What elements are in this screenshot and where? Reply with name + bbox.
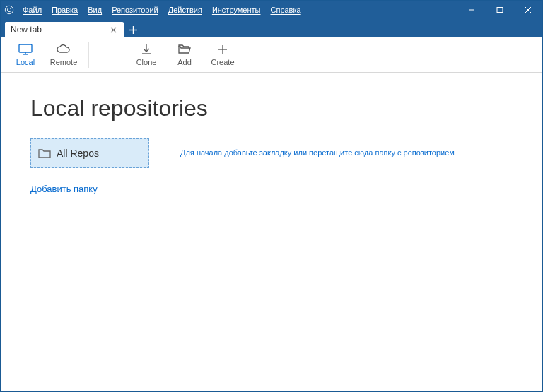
svg-rect-3 [497, 8, 503, 13]
folder-open-icon [177, 43, 192, 56]
toolbar-create[interactable]: Create [204, 37, 242, 73]
toolbar-add[interactable]: Add [165, 37, 204, 73]
close-button[interactable] [514, 1, 542, 19]
menu-edit[interactable]: Правка [47, 6, 83, 14]
tab-label: New tab [11, 25, 108, 35]
tab-close-button[interactable] [108, 25, 118, 35]
svg-point-0 [5, 6, 13, 13]
menubar: Файл Правка Вид Репозиторий Действия Инс… [18, 6, 306, 14]
svg-point-1 [7, 8, 11, 11]
content-row: All Repos Добавить папку Для начала доба… [30, 138, 513, 194]
toolbar-label: Local [16, 58, 35, 66]
tab-new[interactable]: New tab [5, 22, 124, 37]
app-window: Файл Правка Вид Репозиторий Действия Инс… [0, 0, 543, 392]
toolbar-label: Add [177, 58, 192, 66]
menu-tools[interactable]: Инструменты [207, 6, 266, 14]
toolbar-local[interactable]: Local [6, 37, 45, 73]
monitor-icon [18, 43, 33, 56]
add-folder-link[interactable]: Добавить папку [30, 184, 149, 194]
folder-all-repos[interactable]: All Repos [30, 138, 149, 168]
new-tab-button[interactable] [124, 22, 142, 37]
page-title: Local repositories [30, 95, 513, 121]
menu-actions[interactable]: Действия [163, 6, 207, 14]
svg-rect-10 [19, 44, 32, 52]
drop-hint-text: Для начала добавьте закладку или перетащ… [180, 138, 455, 157]
content-area: Local repositories All Repos Добавить па… [1, 73, 542, 391]
tabbar: New tab [1, 19, 542, 37]
app-logo-icon [1, 5, 18, 15]
download-icon [139, 43, 153, 56]
toolbar: Local Remote Clone Add Create [1, 37, 542, 73]
window-controls [457, 1, 542, 19]
menu-help[interactable]: Справка [265, 6, 305, 14]
toolbar-remote[interactable]: Remote [45, 37, 83, 73]
titlebar: Файл Правка Вид Репозиторий Действия Инс… [1, 1, 542, 19]
folder-label: All Repos [57, 148, 99, 159]
plus-icon [216, 43, 230, 56]
toolbar-label: Clone [136, 58, 157, 66]
toolbar-label: Remote [50, 58, 78, 66]
menu-view[interactable]: Вид [83, 6, 107, 14]
minimize-button[interactable] [457, 1, 486, 19]
menu-repository[interactable]: Репозиторий [107, 6, 163, 14]
maximize-button[interactable] [486, 1, 514, 19]
toolbar-clone[interactable]: Clone [127, 37, 165, 73]
cloud-icon [57, 43, 71, 56]
toolbar-label: Create [211, 58, 234, 66]
folder-icon [38, 147, 51, 160]
folder-list: All Repos Добавить папку [30, 138, 149, 194]
toolbar-separator [88, 42, 89, 68]
menu-file[interactable]: Файл [18, 6, 47, 14]
